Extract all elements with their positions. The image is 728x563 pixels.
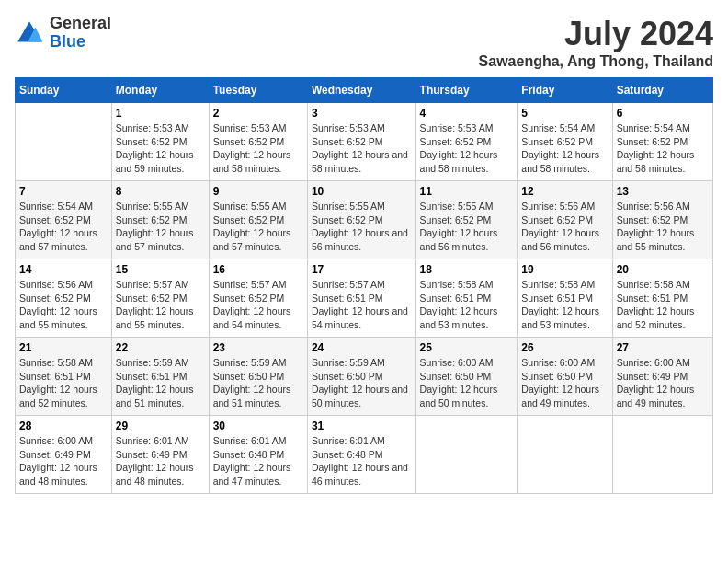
calendar-cell: 30Sunrise: 6:01 AMSunset: 6:48 PMDayligh… — [209, 416, 307, 494]
day-number: 12 — [521, 185, 608, 198]
calendar-cell: 3Sunrise: 5:53 AMSunset: 6:52 PMDaylight… — [307, 103, 415, 181]
calendar-cell: 29Sunrise: 6:01 AMSunset: 6:49 PMDayligh… — [111, 416, 209, 494]
location-subtitle: Sawaengha, Ang Thong, Thailand — [479, 53, 713, 70]
cell-content: Sunrise: 5:54 AMSunset: 6:52 PMDaylight:… — [19, 200, 108, 254]
day-number: 1 — [116, 107, 205, 120]
cell-content: Sunrise: 5:58 AMSunset: 6:51 PMDaylight:… — [617, 278, 709, 332]
day-number: 3 — [312, 107, 412, 120]
calendar-cell: 22Sunrise: 5:59 AMSunset: 6:51 PMDayligh… — [111, 338, 209, 416]
header-cell-friday: Friday — [518, 78, 612, 103]
cell-content: Sunrise: 5:55 AMSunset: 6:52 PMDaylight:… — [420, 200, 514, 254]
cell-content: Sunrise: 5:54 AMSunset: 6:52 PMDaylight:… — [617, 121, 709, 176]
logo-text: General Blue — [50, 15, 111, 52]
cell-content: Sunrise: 6:00 AMSunset: 6:49 PMDaylight:… — [19, 434, 108, 488]
cell-content: Sunrise: 5:53 AMSunset: 6:52 PMDaylight:… — [420, 121, 514, 176]
calendar-cell: 23Sunrise: 5:59 AMSunset: 6:50 PMDayligh… — [209, 338, 307, 416]
calendar-cell: 1Sunrise: 5:53 AMSunset: 6:52 PMDaylight… — [111, 103, 209, 181]
day-number: 17 — [312, 263, 412, 276]
cell-content: Sunrise: 5:58 AMSunset: 6:51 PMDaylight:… — [19, 356, 108, 410]
cell-content: Sunrise: 6:00 AMSunset: 6:50 PMDaylight:… — [521, 356, 608, 410]
cell-content: Sunrise: 5:58 AMSunset: 6:51 PMDaylight:… — [420, 278, 514, 332]
calendar-cell — [518, 416, 612, 494]
cell-content: Sunrise: 6:01 AMSunset: 6:49 PMDaylight:… — [116, 434, 205, 488]
day-number: 16 — [213, 263, 303, 276]
cell-content: Sunrise: 5:55 AMSunset: 6:52 PMDaylight:… — [116, 200, 205, 254]
calendar-cell: 5Sunrise: 5:54 AMSunset: 6:52 PMDaylight… — [518, 103, 612, 181]
header-cell-tuesday: Tuesday — [209, 78, 307, 103]
calendar-cell — [16, 103, 112, 181]
cell-content: Sunrise: 5:57 AMSunset: 6:51 PMDaylight:… — [312, 278, 412, 332]
day-number: 18 — [420, 263, 514, 276]
day-number: 19 — [521, 263, 608, 276]
cell-content: Sunrise: 5:53 AMSunset: 6:52 PMDaylight:… — [116, 121, 205, 176]
week-row: 7Sunrise: 5:54 AMSunset: 6:52 PMDaylight… — [16, 181, 713, 259]
header-cell-monday: Monday — [111, 78, 209, 103]
week-row: 14Sunrise: 5:56 AMSunset: 6:52 PMDayligh… — [16, 259, 713, 338]
day-number: 5 — [521, 107, 608, 120]
day-number: 6 — [617, 107, 709, 120]
calendar-cell: 27Sunrise: 6:00 AMSunset: 6:49 PMDayligh… — [612, 338, 712, 416]
cell-content: Sunrise: 5:56 AMSunset: 6:52 PMDaylight:… — [19, 278, 108, 332]
cell-content: Sunrise: 6:00 AMSunset: 6:49 PMDaylight:… — [617, 356, 709, 410]
calendar-cell: 26Sunrise: 6:00 AMSunset: 6:50 PMDayligh… — [518, 338, 612, 416]
day-number: 4 — [420, 107, 514, 120]
day-number: 11 — [420, 185, 514, 198]
cell-content: Sunrise: 6:00 AMSunset: 6:50 PMDaylight:… — [420, 356, 514, 410]
day-number: 31 — [312, 419, 412, 432]
day-number: 15 — [116, 263, 205, 276]
calendar-cell: 16Sunrise: 5:57 AMSunset: 6:52 PMDayligh… — [209, 259, 307, 338]
calendar-cell: 4Sunrise: 5:53 AMSunset: 6:52 PMDaylight… — [415, 103, 518, 181]
calendar-cell: 15Sunrise: 5:57 AMSunset: 6:52 PMDayligh… — [111, 259, 209, 338]
logo: General Blue — [15, 15, 111, 52]
calendar-cell: 8Sunrise: 5:55 AMSunset: 6:52 PMDaylight… — [111, 181, 209, 259]
day-number: 13 — [617, 185, 709, 198]
day-number: 26 — [521, 341, 608, 354]
calendar-cell: 24Sunrise: 5:59 AMSunset: 6:50 PMDayligh… — [307, 338, 415, 416]
cell-content: Sunrise: 5:55 AMSunset: 6:52 PMDaylight:… — [312, 200, 412, 254]
cell-content: Sunrise: 6:01 AMSunset: 6:48 PMDaylight:… — [213, 434, 303, 488]
day-number: 22 — [116, 341, 205, 354]
calendar-table: SundayMondayTuesdayWednesdayThursdayFrid… — [15, 77, 713, 494]
day-number: 2 — [213, 107, 303, 120]
header: General Blue July 2024 Sawaengha, Ang Th… — [15, 15, 713, 70]
calendar-cell: 19Sunrise: 5:58 AMSunset: 6:51 PMDayligh… — [518, 259, 612, 338]
day-number: 24 — [312, 341, 412, 354]
cell-content: Sunrise: 5:53 AMSunset: 6:52 PMDaylight:… — [312, 121, 412, 176]
calendar-cell: 2Sunrise: 5:53 AMSunset: 6:52 PMDaylight… — [209, 103, 307, 181]
title-area: July 2024 Sawaengha, Ang Thong, Thailand — [479, 15, 713, 70]
calendar-cell: 6Sunrise: 5:54 AMSunset: 6:52 PMDaylight… — [612, 103, 712, 181]
cell-content: Sunrise: 5:58 AMSunset: 6:51 PMDaylight:… — [521, 278, 608, 332]
calendar-cell: 17Sunrise: 5:57 AMSunset: 6:51 PMDayligh… — [307, 259, 415, 338]
calendar-header: SundayMondayTuesdayWednesdayThursdayFrid… — [16, 78, 713, 103]
day-number: 30 — [213, 419, 303, 432]
calendar-cell: 20Sunrise: 5:58 AMSunset: 6:51 PMDayligh… — [612, 259, 712, 338]
header-row: SundayMondayTuesdayWednesdayThursdayFrid… — [16, 78, 713, 103]
calendar-cell: 18Sunrise: 5:58 AMSunset: 6:51 PMDayligh… — [415, 259, 518, 338]
day-number: 10 — [312, 185, 412, 198]
cell-content: Sunrise: 5:56 AMSunset: 6:52 PMDaylight:… — [617, 200, 709, 254]
cell-content: Sunrise: 5:54 AMSunset: 6:52 PMDaylight:… — [521, 121, 608, 176]
cell-content: Sunrise: 5:57 AMSunset: 6:52 PMDaylight:… — [116, 278, 205, 332]
day-number: 8 — [116, 185, 205, 198]
calendar-cell: 21Sunrise: 5:58 AMSunset: 6:51 PMDayligh… — [16, 338, 112, 416]
calendar-cell: 14Sunrise: 5:56 AMSunset: 6:52 PMDayligh… — [16, 259, 112, 338]
calendar-cell — [612, 416, 712, 494]
header-cell-wednesday: Wednesday — [307, 78, 415, 103]
cell-content: Sunrise: 5:55 AMSunset: 6:52 PMDaylight:… — [213, 200, 303, 254]
calendar-cell: 9Sunrise: 5:55 AMSunset: 6:52 PMDaylight… — [209, 181, 307, 259]
week-row: 28Sunrise: 6:00 AMSunset: 6:49 PMDayligh… — [16, 416, 713, 494]
cell-content: Sunrise: 5:56 AMSunset: 6:52 PMDaylight:… — [521, 200, 608, 254]
cell-content: Sunrise: 5:59 AMSunset: 6:50 PMDaylight:… — [312, 356, 412, 410]
day-number: 9 — [213, 185, 303, 198]
day-number: 27 — [617, 341, 709, 354]
calendar-cell: 7Sunrise: 5:54 AMSunset: 6:52 PMDaylight… — [16, 181, 112, 259]
week-row: 21Sunrise: 5:58 AMSunset: 6:51 PMDayligh… — [16, 338, 713, 416]
header-cell-saturday: Saturday — [612, 78, 712, 103]
calendar-cell: 11Sunrise: 5:55 AMSunset: 6:52 PMDayligh… — [415, 181, 518, 259]
logo-icon — [15, 18, 44, 48]
day-number: 21 — [19, 341, 108, 354]
cell-content: Sunrise: 6:01 AMSunset: 6:48 PMDaylight:… — [312, 434, 412, 488]
day-number: 29 — [116, 419, 205, 432]
cell-content: Sunrise: 5:59 AMSunset: 6:50 PMDaylight:… — [213, 356, 303, 410]
month-title: July 2024 — [479, 15, 713, 53]
